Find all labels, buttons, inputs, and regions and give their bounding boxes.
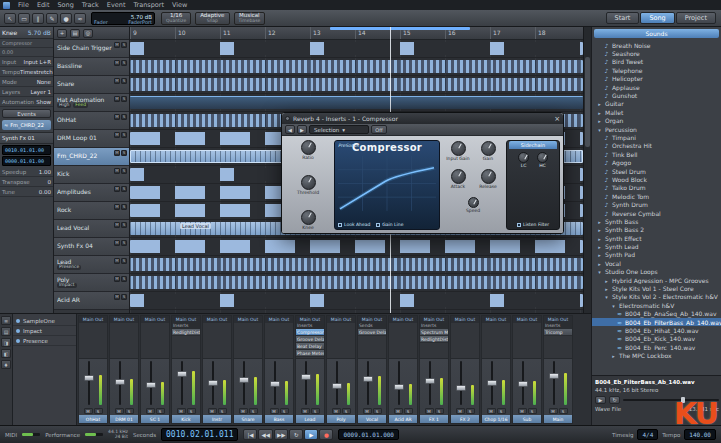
channel-mute-button[interactable]: M [239, 408, 248, 414]
browser-item[interactable]: Gunshot [592, 91, 721, 99]
browser-item[interactable]: Synth Bass 2 [592, 226, 721, 234]
channel-solo-button[interactable]: S [466, 408, 475, 414]
output-routing[interactable]: Main Out [234, 316, 262, 323]
browser-item[interactable]: The MPC Lockbox [592, 351, 721, 359]
knob-control[interactable] [518, 152, 529, 163]
fader-handle[interactable] [425, 378, 435, 384]
track-solo-button[interactable]: S [121, 294, 127, 300]
output-routing[interactable]: Main Out [79, 316, 107, 323]
mixer-channel[interactable]: Main Out M S [512, 315, 542, 424]
channel-name[interactable]: Bass [265, 415, 293, 423]
insert-slot[interactable]: Beat Delay [296, 343, 324, 350]
output-routing[interactable]: Main Out [544, 316, 572, 323]
track-solo-button[interactable]: S [121, 222, 127, 228]
clip-region[interactable] [130, 294, 583, 307]
track-solo-button[interactable]: S [121, 78, 127, 84]
plugin-knob[interactable]: Gain [473, 141, 503, 162]
bank-item[interactable]: Impact [13, 326, 76, 336]
channel-name[interactable]: Instr [203, 415, 231, 423]
track-solo-button[interactable]: S [121, 96, 127, 102]
page-tab[interactable]: Start [606, 12, 640, 24]
knob-control[interactable] [301, 175, 316, 190]
mixer-tool-icon[interactable]: ≡ [1, 316, 11, 325]
output-routing[interactable]: Main Out [141, 316, 169, 323]
channel-mute-button[interactable]: M [425, 408, 434, 414]
fader-handle[interactable] [84, 375, 94, 381]
fader-handle[interactable] [332, 383, 342, 389]
listen-filter-checkbox[interactable]: Listen Filter [517, 222, 549, 227]
knob-control[interactable] [481, 169, 496, 184]
sounds-tab[interactable]: Sounds [594, 29, 719, 38]
plugin-title-bar[interactable]: Reverb 4 - Inserts - 1 - Compressor × [282, 113, 563, 124]
timeline-ruler[interactable]: 9101112131415161718 [130, 27, 583, 40]
inspector-clip-chip[interactable]: ≈ Fm_CHRD_22 [2, 120, 51, 130]
fader-handle[interactable] [115, 379, 125, 385]
bank-item[interactable]: Presence [13, 336, 76, 346]
browser-item[interactable]: Synth Effect [592, 234, 721, 242]
output-routing[interactable]: Main Out [451, 316, 479, 323]
track-header[interactable]: Hat Automation High Feed M S [54, 94, 129, 112]
plugin-knob[interactable]: Threshold [285, 175, 331, 196]
mixer-tool-icon[interactable]: ♦ [1, 360, 11, 369]
track-header[interactable]: DRM Loop 01 M S [54, 130, 129, 148]
clip-region[interactable] [130, 240, 583, 253]
browser-item[interactable]: Orchestra Hit [592, 142, 721, 150]
tool-button[interactable]: ● [60, 13, 72, 24]
knob-control[interactable] [537, 152, 548, 163]
browser-item[interactable]: Mallet [592, 108, 721, 116]
output-routing[interactable]: Main Out [358, 316, 386, 323]
track-header[interactable]: Synth Fx 04 M S [54, 238, 129, 256]
channel-mute-button[interactable]: M [363, 408, 372, 414]
main-time-display[interactable]: 0010.02.01.011 [161, 428, 238, 441]
output-routing[interactable]: Main Out [420, 316, 448, 323]
track-mute-button[interactable]: M [114, 96, 120, 102]
track-header[interactable]: Fm_CHRD_22 M S [54, 148, 129, 166]
arrange-track-lane[interactable] [130, 76, 583, 94]
browser-item[interactable]: Guitar [592, 100, 721, 108]
menu-item[interactable]: Track [78, 1, 103, 9]
track-mute-button[interactable]: M [114, 240, 120, 246]
track-header[interactable]: Kick M S [54, 166, 129, 184]
mixer-channel[interactable]: Main Out M S [233, 315, 263, 424]
plugin-knob[interactable]: Attack [443, 169, 473, 190]
arrange-track-lane[interactable] [130, 238, 583, 256]
output-routing[interactable]: Main Out [203, 316, 231, 323]
fader-handle[interactable] [177, 371, 187, 377]
browser-item[interactable]: Tink Bell [592, 150, 721, 158]
insert-slot[interactable]: Groove Delay [296, 336, 324, 343]
tool-button[interactable]: ≈ [74, 13, 86, 24]
inspector-field-row[interactable]: Transpose0 [0, 177, 53, 187]
mixer-channel[interactable]: Main Out Inserts CompressorGroove DelayB… [295, 315, 325, 424]
vertical-scrollbar[interactable] [583, 27, 591, 313]
tool-button[interactable]: ∥ [32, 13, 44, 24]
menu-item[interactable]: File [14, 1, 33, 9]
channel-name[interactable]: Acid AR [389, 415, 417, 423]
mixer-tool-icon[interactable]: ◨ [1, 338, 11, 347]
channel-mute-button[interactable]: M [518, 408, 527, 414]
browser-item[interactable]: Hybrid Agression - MPC Grooves [592, 276, 721, 284]
track-mute-button[interactable]: M [114, 258, 120, 264]
channel-solo-button[interactable]: S [435, 408, 444, 414]
clip-region[interactable] [130, 276, 583, 289]
bypass-button[interactable]: Off [371, 125, 387, 134]
menu-item[interactable]: Edit [33, 1, 54, 9]
inspector-field-row[interactable]: Tune0.00 [0, 187, 53, 197]
track-mute-button[interactable]: M [114, 168, 120, 174]
plugin-knob[interactable]: Ratio [285, 140, 331, 161]
menu-item[interactable]: Transport [129, 1, 168, 9]
events-button[interactable]: Events [2, 109, 51, 118]
output-routing[interactable]: Main Out [110, 316, 138, 323]
channel-solo-button[interactable]: S [404, 408, 413, 414]
fader-handle[interactable] [518, 381, 528, 387]
knob-control[interactable] [451, 169, 466, 184]
mixer-channel[interactable]: Main Out M S [481, 315, 511, 424]
browser-item[interactable]: Vocal [592, 259, 721, 267]
browser-item[interactable]: Synth Bass [592, 217, 721, 225]
tool-button[interactable]: ↖ [4, 13, 16, 24]
insert-slot[interactable]: RedlightDist [420, 336, 448, 343]
knob-control[interactable] [481, 141, 496, 156]
browser-item[interactable]: Breath Noise [592, 41, 721, 49]
channel-solo-button[interactable]: S [125, 408, 134, 414]
plugin-window[interactable]: Reverb 4 - Inserts - 1 - Compressor × ◀ … [281, 112, 564, 234]
browser-item[interactable]: Taiko Drum [592, 184, 721, 192]
